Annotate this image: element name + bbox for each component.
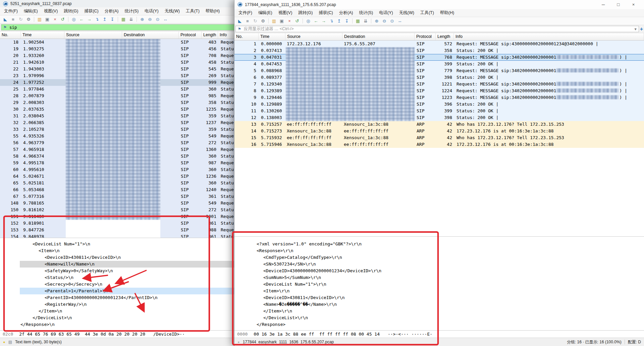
go-first-icon[interactable]: ↥ [101,16,108,23]
detail-line[interactable]: <?xml version="1.0" encoding="GBK"?>\r\n [234,241,644,247]
start-capture-icon[interactable]: ◣ [236,18,244,24]
detail-line[interactable]: </Item>\n [0,308,239,314]
zoom-reset-icon[interactable]: ⊙ [154,16,161,23]
column-header-proto[interactable]: Protocol [415,33,436,40]
menu-item[interactable]: 跳转(G) [295,9,316,17]
menu-item[interactable]: 统计(S) [356,9,376,17]
title-bar[interactable]: 177844_easyshark_1111_1636_175.6.55.207.… [234,0,644,9]
detail-line[interactable]: <RegisterWay/>\n [0,301,239,308]
zoom-in-icon[interactable]: ⊕ [139,16,146,23]
packet-detail-pane[interactable]: <DeviceList Num="1">\n<Item>\n<DeviceID>… [0,238,239,330]
capture-file-icon[interactable]: ▤ [8,340,12,344]
go-last-icon[interactable]: ↧ [109,16,116,23]
capture-options-icon[interactable]: ⚙ [25,16,32,23]
column-header-dst[interactable]: Destination [122,32,179,39]
go-to-packet-icon[interactable]: ↴ [93,16,101,23]
filter-bookmark-icon[interactable]: ⚑ [238,27,241,31]
filter-bookmark-icon[interactable]: ⚑ [3,25,7,30]
colorize-icon[interactable]: ▦ [354,18,362,24]
find-packet-icon[interactable]: ◎ [70,16,77,23]
menu-item[interactable]: 文件(F) [1,7,21,15]
menu-item[interactable]: 文件(F) [235,9,255,17]
menu-item[interactable]: 分析(A) [102,7,122,15]
menu-item[interactable]: 捕获(C) [316,9,336,17]
menu-item[interactable]: 统计(S) [121,7,142,15]
menu-item[interactable]: 跳转(G) [61,7,81,15]
close-file-icon[interactable]: × [51,16,59,23]
save-file-icon[interactable]: ▣ [44,16,51,23]
detail-line[interactable]: <CmdType>Catalog</CmdType>\r\n [234,254,644,261]
reload-file-icon[interactable]: ↺ [59,16,66,23]
save-file-icon[interactable]: ▣ [278,18,285,24]
restart-capture-icon[interactable]: ↻ [17,16,24,23]
detail-line[interactable]: <SumNum>5</SumNum>\r\n [234,274,644,281]
detail-line[interactable]: <Secrecy>0</Secrecy>\n [0,281,239,288]
column-header-len[interactable]: Length [436,33,454,40]
find-packet-icon[interactable]: ◎ [305,18,312,24]
menu-item[interactable]: 编辑(E) [255,9,275,17]
menu-item[interactable]: 电话(Y) [376,9,396,17]
reload-file-icon[interactable]: ↺ [293,18,301,24]
detail-line[interactable]: </DeviceList>\r\n [234,314,644,321]
colorize-icon[interactable]: ▦ [120,16,127,23]
close-file-icon[interactable]: × [286,18,293,24]
packet-bytes-pane[interactable]: 02c0 2f 44 65 76 69 63 65 49 44 3e 0d 0a… [0,330,239,338]
title-bar[interactable]: 5251_easyshark_1112_0837.pcap [0,0,239,7]
packet-detail-pane[interactable]: <?xml version="1.0" encoding="GBK"?>\r\n… [234,237,644,330]
open-file-icon[interactable]: ▥ [36,16,43,23]
detail-line[interactable]: <Parental>1</Parental>\n [0,288,239,294]
column-header-time[interactable]: Time [21,32,64,39]
menu-item[interactable]: 无线(W) [396,9,417,17]
go-forward-icon[interactable]: → [320,18,327,24]
stop-capture-icon[interactable]: ■ [244,18,251,24]
resize-columns-icon[interactable]: ↔ [396,18,404,24]
close-button[interactable]: × [626,0,641,9]
autoscroll-icon[interactable]: ⇊ [362,18,369,24]
menu-item[interactable]: 电话(Y) [142,7,162,15]
detail-line[interactable]: </Response> [234,321,644,328]
packet-list-pane[interactable]: 10.000000172.23.12.176175.6.55.207SIP572… [234,41,644,237]
expert-info-icon[interactable]: ● [237,340,240,344]
detail-line[interactable]: <DeviceID>430811</DeviceID>\n [0,254,239,261]
zoom-out-icon[interactable]: ⊖ [146,16,154,23]
zoom-out-icon[interactable]: ⊖ [381,18,388,24]
add-filter-button[interactable]: + [640,26,643,32]
menu-item[interactable]: 工具(T) [417,9,437,17]
detail-line[interactable]: </DeviceList>\n [0,314,239,321]
menu-item[interactable]: 工具(T) [183,7,203,15]
menu-item[interactable]: 帮助(H) [203,7,223,15]
stop-capture-icon[interactable]: ■ [9,16,17,23]
autoscroll-icon[interactable]: ⇊ [127,16,135,23]
display-filter-input[interactable]: ⚑ sip [1,24,238,31]
column-header-no[interactable]: No. [234,33,259,40]
detail-line[interactable]: <DeviceID>43000000002000001234</DeviceID… [234,268,644,274]
menu-item[interactable]: 视图(V) [41,7,61,15]
detail-line[interactable]: </Item>\r\n [234,308,644,314]
zoom-in-icon[interactable]: ⊕ [373,18,380,24]
packet-list-pane[interactable]: 181.902504SIP483Reque191.903275SIP456Sta… [0,39,239,238]
resize-columns-icon[interactable]: ↔ [162,16,169,23]
restart-capture-icon[interactable]: ↻ [252,18,259,24]
maximize-button[interactable]: □ [611,0,626,9]
status-profile[interactable]: 配置: D [628,339,641,345]
packet-row[interactable]: 165.715946Xensourc_1a:3c:88ee:ff:ff:ff:f… [234,141,644,148]
capture-options-icon[interactable]: ⚙ [259,18,267,24]
menu-item[interactable]: 无线(W) [162,7,183,15]
detail-line[interactable]: <Name>�že�����^��</Name>\r\n [234,301,644,308]
packet-row[interactable]: 10.000000172.23.12.176175.6.55.207SIP572… [234,41,644,47]
detail-line[interactable]: <Response>\r\n [234,247,644,254]
filter-dropdown-icon[interactable]: ▾ [634,26,636,32]
column-header-dst[interactable]: Destination [342,33,415,40]
detail-line[interactable]: <Item>\n [0,247,239,254]
detail-line[interactable]: <DeviceList Num="1">\n [0,241,239,247]
column-header-info[interactable]: Info [454,33,644,40]
column-header-proto[interactable]: Protocol [179,32,202,39]
column-header-no[interactable]: No. [0,32,21,39]
menu-item[interactable]: 分析(A) [336,9,356,17]
go-back-icon[interactable]: ← [312,18,320,24]
menu-item[interactable]: 帮助(H) [437,9,457,17]
menu-item[interactable]: 视图(V) [275,9,296,17]
go-to-packet-icon[interactable]: ↴ [328,18,335,24]
detail-line[interactable]: <DeviceList Num="1">\r\n [234,281,644,288]
packet-bytes-pane[interactable]: 0000 00 16 3e 1a 3c 88 ee ff ff ff ff ff… [234,330,644,338]
